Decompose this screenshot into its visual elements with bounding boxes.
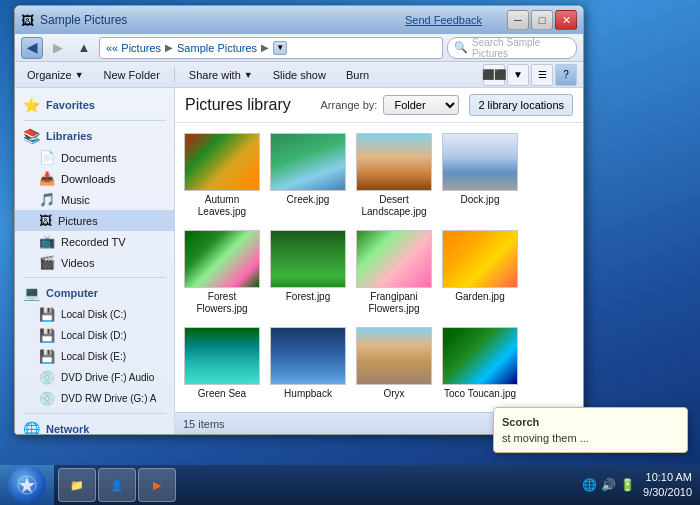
- forward-button[interactable]: ▶: [47, 37, 69, 59]
- search-bar[interactable]: 🔍 Search Sample Pictures: [447, 37, 577, 59]
- file-thumb-6: [356, 230, 432, 288]
- file-name-10: Oryx: [383, 388, 404, 400]
- maximize-button[interactable]: □: [531, 10, 553, 30]
- address-dropdown[interactable]: ▼: [273, 41, 287, 55]
- send-feedback-link[interactable]: Send Feedback: [405, 14, 482, 26]
- tray-network-icon[interactable]: 🌐: [581, 477, 597, 493]
- arrange-select[interactable]: Folder Name Date Type: [383, 95, 459, 115]
- taskbar-item-3[interactable]: ▶: [138, 468, 176, 502]
- sidebar: ⭐ Favorites 📚 Libraries 📄 Documents: [15, 88, 175, 434]
- minimize-button[interactable]: ─: [507, 10, 529, 30]
- file-thumb-3: [442, 133, 518, 191]
- arrange-label: Arrange by:: [321, 99, 378, 111]
- computer-icon: 💻: [23, 285, 40, 301]
- sidebar-item-dvd-g[interactable]: 💿 DVD RW Drive (G:) A: [15, 388, 174, 409]
- libraries-header[interactable]: 📚 Libraries: [15, 125, 174, 147]
- file-thumb-5: [270, 230, 346, 288]
- network-header[interactable]: 🌐 Network: [15, 418, 174, 434]
- favorites-header[interactable]: ⭐ Favorites: [15, 94, 174, 116]
- back-button[interactable]: ◀: [21, 37, 43, 59]
- organize-arrow-icon: ▼: [75, 70, 84, 80]
- dvd-f-icon: 💿: [39, 370, 55, 385]
- burn-button[interactable]: Burn: [340, 67, 375, 83]
- file-item-11[interactable]: Toco Toucan.jpg: [439, 323, 521, 404]
- sidebar-item-documents[interactable]: 📄 Documents: [15, 147, 174, 168]
- file-grid: Autumn Leaves.jpgCreek.jpgDesert Landsca…: [175, 123, 583, 412]
- file-item-10[interactable]: Oryx: [353, 323, 435, 404]
- file-thumb-10: [356, 327, 432, 385]
- dvd-g-icon: 💿: [39, 391, 55, 406]
- file-item-0[interactable]: Autumn Leaves.jpg: [181, 129, 263, 222]
- sidebar-item-downloads[interactable]: 📥 Downloads: [15, 168, 174, 189]
- file-name-1: Creek.jpg: [287, 194, 330, 206]
- sidebar-item-local-e[interactable]: 💾 Local Disk (E:): [15, 346, 174, 367]
- sidebar-item-pictures[interactable]: 🖼 Pictures: [15, 210, 174, 231]
- disk-c-icon: 💾: [39, 307, 55, 322]
- sidebar-divider-2: [23, 277, 166, 278]
- share-arrow-icon: ▼: [244, 70, 253, 80]
- address-sep1: ▶: [165, 42, 173, 53]
- address-bar[interactable]: «« Pictures ▶ Sample Pictures ▶ ▼: [99, 37, 443, 59]
- file-item-5[interactable]: Forest.jpg: [267, 226, 349, 319]
- pictures-library-title: Pictures library: [185, 96, 291, 114]
- tray-volume-icon[interactable]: 🔊: [600, 477, 616, 493]
- sidebar-item-dvd-f[interactable]: 💿 DVD Drive (F:) Audio: [15, 367, 174, 388]
- file-thumb-2: [356, 133, 432, 191]
- file-thumb-1: [270, 133, 346, 191]
- network-section: 🌐 Network: [15, 418, 174, 434]
- sidebar-item-local-d[interactable]: 💾 Local Disk (D:): [15, 325, 174, 346]
- organize-button[interactable]: Organize ▼: [21, 67, 90, 83]
- window-controls: ─ □ ✕: [507, 10, 577, 30]
- taskbar-items: 📁 👤 ▶: [54, 465, 569, 505]
- sidebar-item-local-c[interactable]: 💾 Local Disk (C:): [15, 304, 174, 325]
- taskbar-explorer-icon: 📁: [67, 475, 87, 495]
- dvd-g-label: DVD RW Drive (G:) A: [61, 393, 156, 404]
- file-item-8[interactable]: Green Sea: [181, 323, 263, 404]
- tray-icons: 🌐 🔊 🔋: [577, 477, 639, 493]
- favorites-section: ⭐ Favorites: [15, 94, 174, 116]
- navigation-toolbar: ◀ ▶ ▲ «« Pictures ▶ Sample Pictures ▶ ▼ …: [15, 34, 583, 62]
- computer-label: Computer: [46, 287, 98, 299]
- start-button[interactable]: [0, 465, 54, 505]
- address-part1: «« Pictures: [106, 42, 161, 54]
- file-item-4[interactable]: Forest Flowers.jpg: [181, 226, 263, 319]
- new-folder-button[interactable]: New Folder: [98, 67, 166, 83]
- file-item-9[interactable]: Humpback: [267, 323, 349, 404]
- up-button[interactable]: ▲: [73, 37, 95, 59]
- file-thumb-9: [270, 327, 346, 385]
- slide-show-button[interactable]: Slide show: [267, 67, 332, 83]
- library-locations-button[interactable]: 2 library locations: [469, 94, 573, 116]
- sidebar-item-music[interactable]: 🎵 Music: [15, 189, 174, 210]
- file-item-3[interactable]: Dock.jpg: [439, 129, 521, 222]
- share-with-button[interactable]: Share with ▼: [183, 67, 259, 83]
- view-dropdown-button[interactable]: ▼: [507, 64, 529, 86]
- taskbar-item-2-icon: 👤: [107, 475, 127, 495]
- sidebar-item-videos[interactable]: 🎬 Videos: [15, 252, 174, 273]
- file-item-1[interactable]: Creek.jpg: [267, 129, 349, 222]
- file-name-3: Dock.jpg: [461, 194, 500, 206]
- close-button[interactable]: ✕: [555, 10, 577, 30]
- view-details-button[interactable]: ☰: [531, 64, 553, 86]
- action-separator: [174, 67, 175, 83]
- search-icon: 🔍: [454, 41, 468, 54]
- explorer-window: 🖼 Sample Pictures Send Feedback ─ □ ✕ ◀ …: [14, 5, 584, 435]
- taskbar-explorer[interactable]: 📁: [58, 468, 96, 502]
- network-icon: 🌐: [23, 421, 40, 434]
- taskbar: 📁 👤 ▶ 🌐 🔊 🔋 10:10 AM 9/30/2010: [0, 465, 700, 505]
- file-item-6[interactable]: Frangipani Flowers.jpg: [353, 226, 435, 319]
- file-name-8: Green Sea: [198, 388, 246, 400]
- taskbar-item-2[interactable]: 👤: [98, 468, 136, 502]
- documents-icon: 📄: [39, 150, 55, 165]
- computer-header[interactable]: 💻 Computer: [15, 282, 174, 304]
- tray-battery-icon[interactable]: 🔋: [619, 477, 635, 493]
- search-placeholder: Search Sample Pictures: [472, 37, 570, 59]
- file-item-2[interactable]: Desert Landscape.jpg: [353, 129, 435, 222]
- help-button[interactable]: ?: [555, 64, 577, 86]
- music-label: Music: [61, 194, 90, 206]
- view-extra-button[interactable]: ⬛⬛: [483, 64, 505, 86]
- item-count: 15 items: [183, 418, 225, 430]
- sidebar-item-recorded-tv[interactable]: 📺 Recorded TV: [15, 231, 174, 252]
- file-item-7[interactable]: Garden.jpg: [439, 226, 521, 319]
- file-thumb-0: [184, 133, 260, 191]
- file-name-0: Autumn Leaves.jpg: [185, 194, 259, 218]
